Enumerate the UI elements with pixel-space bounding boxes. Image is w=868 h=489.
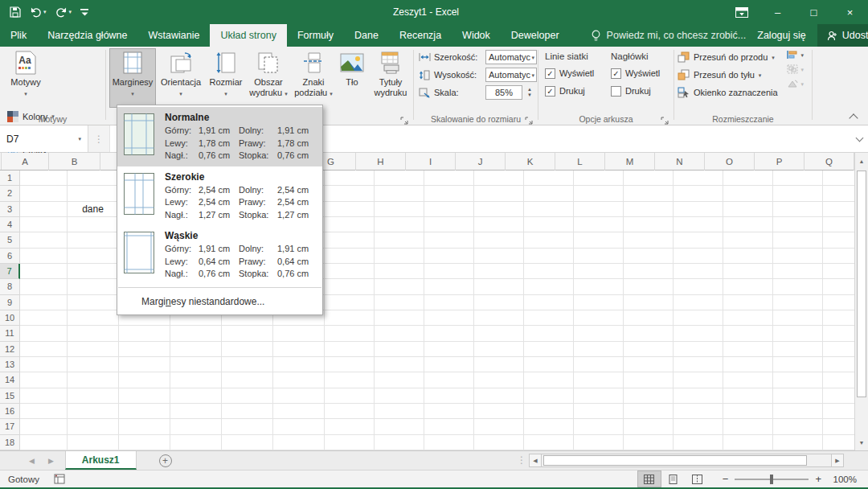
tab-narzedzia-glowne[interactable]: Narzędzia główne (37, 24, 137, 47)
column-header-Q[interactable]: Q (805, 153, 854, 171)
cell-A8[interactable] (20, 279, 68, 294)
cell-Q9[interactable] (823, 295, 854, 310)
cell-G9[interactable] (325, 295, 375, 310)
cell-M16[interactable] (624, 404, 674, 419)
zoom-level[interactable]: 100% (828, 475, 857, 484)
cell-A4[interactable] (20, 217, 68, 232)
cell-H9[interactable] (375, 295, 424, 310)
cell-M17[interactable] (624, 419, 674, 434)
tab-uklad-strony[interactable]: Układ strony (210, 24, 286, 47)
cell-M3[interactable] (624, 202, 674, 217)
scroll-down-icon[interactable]: ▼ (855, 434, 868, 450)
cell-J6[interactable] (474, 249, 524, 264)
size-button[interactable]: Rozmiar ▾ (206, 48, 246, 108)
cell-M15[interactable] (624, 388, 674, 404)
cell-P11[interactable] (773, 326, 823, 341)
cell-E11[interactable] (222, 326, 273, 341)
cell-H15[interactable] (375, 388, 424, 404)
horizontal-scroll-thumb[interactable] (543, 455, 807, 466)
cell-J7[interactable] (474, 264, 524, 279)
scale-spinner[interactable]: ▲▼ (527, 87, 532, 98)
cell-H11[interactable] (375, 326, 424, 341)
cell-B18[interactable] (68, 435, 119, 450)
row-header-6[interactable]: 6 (0, 249, 20, 264)
cell-H12[interactable] (375, 342, 424, 357)
cell-I8[interactable] (424, 279, 474, 294)
spin-up-icon[interactable]: ▲ (527, 87, 532, 92)
column-header-B[interactable]: B (49, 153, 100, 171)
cell-A7[interactable] (20, 264, 68, 279)
column-header-L[interactable]: L (555, 153, 605, 171)
scale-dialog-launcher[interactable] (525, 113, 534, 123)
cell-F14[interactable] (273, 372, 325, 388)
cell-M8[interactable] (624, 279, 674, 294)
row-header-4[interactable]: 4 (0, 217, 20, 232)
cell-L9[interactable] (574, 295, 624, 310)
cell-M9[interactable] (624, 295, 674, 310)
cell-I1[interactable] (424, 171, 474, 186)
margins-option-normalne[interactable]: Normalne Górny:1,91 cmDolny:1,91 cm Lewy… (117, 107, 322, 166)
cell-M18[interactable] (624, 435, 674, 450)
prev-sheet-icon[interactable]: ◀ (29, 457, 35, 465)
cell-G15[interactable] (325, 388, 375, 404)
select-all-corner[interactable] (0, 153, 2, 170)
cell-G4[interactable] (325, 217, 375, 232)
cell-Q2[interactable] (823, 186, 854, 201)
column-header-O[interactable]: O (705, 153, 755, 171)
cell-O1[interactable] (723, 171, 773, 186)
row-header-13[interactable]: 13 (0, 357, 20, 372)
cell-C12[interactable] (119, 342, 170, 357)
cell-K9[interactable] (524, 295, 574, 310)
cell-J13[interactable] (474, 357, 524, 372)
collapse-ribbon-button[interactable] (849, 113, 858, 122)
cell-O13[interactable] (723, 357, 773, 372)
cell-J8[interactable] (474, 279, 524, 294)
cell-E13[interactable] (222, 357, 273, 372)
cell-I16[interactable] (424, 404, 474, 419)
zoom-slider-thumb[interactable] (770, 475, 773, 484)
cell-N6[interactable] (674, 249, 723, 264)
cell-L15[interactable] (574, 388, 624, 404)
cell-O6[interactable] (723, 249, 773, 264)
cell-O10[interactable] (723, 310, 773, 326)
cell-N7[interactable] (674, 264, 723, 279)
cell-A6[interactable] (20, 249, 68, 264)
cell-M4[interactable] (624, 217, 674, 232)
cell-P17[interactable] (773, 419, 823, 434)
cell-M2[interactable] (624, 186, 674, 201)
cell-L12[interactable] (574, 342, 624, 357)
cell-J11[interactable] (474, 326, 524, 341)
share-button[interactable]: Udostępnij (817, 24, 868, 47)
cell-A17[interactable] (20, 419, 68, 434)
cell-P9[interactable] (773, 295, 823, 310)
cell-P2[interactable] (773, 186, 823, 201)
row-header-16[interactable]: 16 (0, 404, 20, 419)
margins-option-waskie[interactable]: Wąskie Górny:1,91 cmDolny:1,91 cm Lewy:0… (117, 225, 322, 285)
cell-N18[interactable] (674, 435, 723, 450)
cell-B2[interactable] (68, 186, 119, 201)
cell-B3[interactable]: dane (68, 202, 119, 217)
cell-K11[interactable] (524, 326, 574, 341)
row-header-10[interactable]: 10 (0, 310, 20, 326)
cell-G7[interactable] (325, 264, 375, 279)
cell-G5[interactable] (325, 232, 375, 248)
column-header-P[interactable]: P (755, 153, 805, 171)
cell-P10[interactable] (773, 310, 823, 326)
tab-plik[interactable]: Plik (0, 24, 37, 47)
cell-O7[interactable] (723, 264, 773, 279)
cell-O5[interactable] (723, 232, 773, 248)
save-button[interactable] (10, 6, 21, 18)
cell-Q6[interactable] (823, 249, 854, 264)
cell-J18[interactable] (474, 435, 524, 450)
width-dropdown[interactable]: Automatyc▾ (485, 50, 537, 64)
cell-E12[interactable] (222, 342, 273, 357)
cell-I15[interactable] (424, 388, 474, 404)
cell-Q7[interactable] (823, 264, 854, 279)
cell-H8[interactable] (375, 279, 424, 294)
cell-P5[interactable] (773, 232, 823, 248)
cell-M11[interactable] (624, 326, 674, 341)
cell-B15[interactable] (68, 388, 119, 404)
row-header-8[interactable]: 8 (0, 279, 20, 294)
row-header-18[interactable]: 18 (0, 435, 20, 450)
row-header-9[interactable]: 9 (0, 295, 20, 310)
